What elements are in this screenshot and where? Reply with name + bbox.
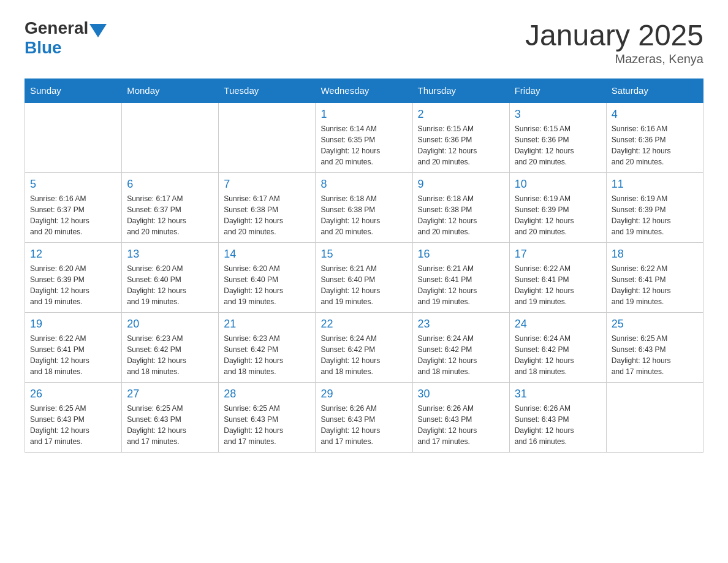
day-number: 18: [612, 248, 698, 261]
calendar-cell: 16Sunrise: 6:21 AM Sunset: 6:41 PM Dayli…: [412, 243, 509, 313]
calendar-cell: 11Sunrise: 6:19 AM Sunset: 6:39 PM Dayli…: [606, 173, 703, 243]
day-number: 31: [515, 388, 601, 400]
calendar-week-row: 19Sunrise: 6:22 AM Sunset: 6:41 PM Dayli…: [25, 313, 703, 383]
day-number: 10: [515, 178, 601, 191]
calendar-cell: [606, 383, 703, 453]
day-info: Sunrise: 6:25 AM Sunset: 6:43 PM Dayligh…: [30, 403, 116, 447]
calendar-cell: 29Sunrise: 6:26 AM Sunset: 6:43 PM Dayli…: [316, 383, 412, 453]
calendar-cell: [122, 102, 219, 173]
day-info: Sunrise: 6:17 AM Sunset: 6:38 PM Dayligh…: [224, 193, 310, 237]
calendar-title: January 2025: [525, 18, 703, 52]
day-info: Sunrise: 6:19 AM Sunset: 6:39 PM Dayligh…: [515, 193, 601, 237]
weekday-header-thursday: Thursday: [412, 79, 509, 103]
calendar-cell: 19Sunrise: 6:22 AM Sunset: 6:41 PM Dayli…: [25, 313, 122, 383]
day-number: 25: [612, 318, 698, 331]
calendar-cell: 22Sunrise: 6:24 AM Sunset: 6:42 PM Dayli…: [316, 313, 412, 383]
calendar-cell: 5Sunrise: 6:16 AM Sunset: 6:37 PM Daylig…: [25, 173, 122, 243]
day-number: 23: [418, 318, 504, 331]
day-number: 6: [127, 178, 213, 191]
calendar-cell: 20Sunrise: 6:23 AM Sunset: 6:42 PM Dayli…: [122, 313, 219, 383]
day-info: Sunrise: 6:26 AM Sunset: 6:43 PM Dayligh…: [320, 403, 407, 447]
day-number: 7: [224, 178, 310, 191]
calendar-cell: 2Sunrise: 6:15 AM Sunset: 6:36 PM Daylig…: [412, 102, 509, 173]
day-info: Sunrise: 6:19 AM Sunset: 6:39 PM Dayligh…: [612, 193, 698, 237]
day-info: Sunrise: 6:24 AM Sunset: 6:42 PM Dayligh…: [320, 333, 407, 377]
calendar-body: 1Sunrise: 6:14 AM Sunset: 6:35 PM Daylig…: [25, 102, 703, 453]
day-info: Sunrise: 6:21 AM Sunset: 6:41 PM Dayligh…: [418, 263, 504, 307]
calendar-cell: 1Sunrise: 6:14 AM Sunset: 6:35 PM Daylig…: [316, 102, 412, 173]
day-number: 1: [320, 108, 407, 121]
calendar-subtitle: Mazeras, Kenya: [525, 52, 703, 66]
calendar-cell: 12Sunrise: 6:20 AM Sunset: 6:39 PM Dayli…: [25, 243, 122, 313]
day-info: Sunrise: 6:14 AM Sunset: 6:35 PM Dayligh…: [320, 123, 407, 167]
weekday-header-saturday: Saturday: [606, 79, 703, 103]
calendar-cell: 13Sunrise: 6:20 AM Sunset: 6:40 PM Dayli…: [122, 243, 219, 313]
day-number: 14: [224, 248, 310, 261]
day-info: Sunrise: 6:15 AM Sunset: 6:36 PM Dayligh…: [515, 123, 601, 167]
day-info: Sunrise: 6:22 AM Sunset: 6:41 PM Dayligh…: [515, 263, 601, 307]
day-info: Sunrise: 6:15 AM Sunset: 6:36 PM Dayligh…: [418, 123, 504, 167]
calendar-week-row: 5Sunrise: 6:16 AM Sunset: 6:37 PM Daylig…: [25, 173, 703, 243]
day-number: 29: [320, 388, 407, 400]
day-number: 30: [418, 388, 504, 400]
day-info: Sunrise: 6:18 AM Sunset: 6:38 PM Dayligh…: [418, 193, 504, 237]
day-number: 24: [515, 318, 601, 331]
calendar-week-row: 1Sunrise: 6:14 AM Sunset: 6:35 PM Daylig…: [25, 102, 703, 173]
logo: General Blue: [25, 18, 107, 58]
weekday-header-monday: Monday: [122, 79, 219, 103]
day-number: 8: [320, 178, 407, 191]
day-info: Sunrise: 6:24 AM Sunset: 6:42 PM Dayligh…: [515, 333, 601, 377]
day-info: Sunrise: 6:18 AM Sunset: 6:38 PM Dayligh…: [320, 193, 407, 237]
day-info: Sunrise: 6:24 AM Sunset: 6:42 PM Dayligh…: [418, 333, 504, 377]
calendar-header: SundayMondayTuesdayWednesdayThursdayFrid…: [25, 79, 703, 103]
day-info: Sunrise: 6:16 AM Sunset: 6:37 PM Dayligh…: [30, 193, 116, 237]
calendar-cell: 27Sunrise: 6:25 AM Sunset: 6:43 PM Dayli…: [122, 383, 219, 453]
day-info: Sunrise: 6:26 AM Sunset: 6:43 PM Dayligh…: [418, 403, 504, 447]
calendar-cell: 21Sunrise: 6:23 AM Sunset: 6:42 PM Dayli…: [219, 313, 316, 383]
day-number: 2: [418, 108, 504, 121]
day-info: Sunrise: 6:21 AM Sunset: 6:40 PM Dayligh…: [320, 263, 407, 307]
day-info: Sunrise: 6:23 AM Sunset: 6:42 PM Dayligh…: [224, 333, 310, 377]
day-info: Sunrise: 6:22 AM Sunset: 6:41 PM Dayligh…: [30, 333, 116, 377]
title-area: January 2025 Mazeras, Kenya: [525, 18, 703, 66]
logo-triangle-icon: [89, 24, 107, 37]
day-number: 21: [224, 318, 310, 331]
day-number: 16: [418, 248, 504, 261]
calendar-cell: 26Sunrise: 6:25 AM Sunset: 6:43 PM Dayli…: [25, 383, 122, 453]
day-number: 17: [515, 248, 601, 261]
calendar-cell: 30Sunrise: 6:26 AM Sunset: 6:43 PM Dayli…: [412, 383, 509, 453]
day-info: Sunrise: 6:25 AM Sunset: 6:43 PM Dayligh…: [612, 333, 698, 377]
day-info: Sunrise: 6:16 AM Sunset: 6:36 PM Dayligh…: [612, 123, 698, 167]
day-info: Sunrise: 6:20 AM Sunset: 6:40 PM Dayligh…: [224, 263, 310, 307]
calendar-cell: 28Sunrise: 6:25 AM Sunset: 6:43 PM Dayli…: [219, 383, 316, 453]
calendar-cell: 14Sunrise: 6:20 AM Sunset: 6:40 PM Dayli…: [219, 243, 316, 313]
day-number: 22: [320, 318, 407, 331]
day-info: Sunrise: 6:25 AM Sunset: 6:43 PM Dayligh…: [127, 403, 213, 447]
calendar-cell: 6Sunrise: 6:17 AM Sunset: 6:37 PM Daylig…: [122, 173, 219, 243]
calendar-cell: 7Sunrise: 6:17 AM Sunset: 6:38 PM Daylig…: [219, 173, 316, 243]
day-number: 12: [30, 248, 116, 261]
weekday-header-friday: Friday: [509, 79, 606, 103]
day-info: Sunrise: 6:25 AM Sunset: 6:43 PM Dayligh…: [224, 403, 310, 447]
logo-blue-text: Blue: [25, 38, 107, 58]
weekday-header-tuesday: Tuesday: [219, 79, 316, 103]
calendar-cell: 18Sunrise: 6:22 AM Sunset: 6:41 PM Dayli…: [606, 243, 703, 313]
calendar-cell: 4Sunrise: 6:16 AM Sunset: 6:36 PM Daylig…: [606, 102, 703, 173]
weekday-header-row: SundayMondayTuesdayWednesdayThursdayFrid…: [25, 79, 703, 103]
calendar-week-row: 26Sunrise: 6:25 AM Sunset: 6:43 PM Dayli…: [25, 383, 703, 453]
day-number: 28: [224, 388, 310, 400]
calendar-cell: 8Sunrise: 6:18 AM Sunset: 6:38 PM Daylig…: [316, 173, 412, 243]
day-number: 27: [127, 388, 213, 400]
day-info: Sunrise: 6:17 AM Sunset: 6:37 PM Dayligh…: [127, 193, 213, 237]
day-number: 11: [612, 178, 698, 191]
day-number: 15: [320, 248, 407, 261]
calendar-cell: [25, 102, 122, 173]
calendar-cell: 24Sunrise: 6:24 AM Sunset: 6:42 PM Dayli…: [509, 313, 606, 383]
calendar-table: SundayMondayTuesdayWednesdayThursdayFrid…: [25, 79, 703, 453]
day-number: 9: [418, 178, 504, 191]
calendar-cell: 9Sunrise: 6:18 AM Sunset: 6:38 PM Daylig…: [412, 173, 509, 243]
day-number: 5: [30, 178, 116, 191]
calendar-cell: 10Sunrise: 6:19 AM Sunset: 6:39 PM Dayli…: [509, 173, 606, 243]
calendar-cell: 17Sunrise: 6:22 AM Sunset: 6:41 PM Dayli…: [509, 243, 606, 313]
calendar-cell: 31Sunrise: 6:26 AM Sunset: 6:43 PM Dayli…: [509, 383, 606, 453]
